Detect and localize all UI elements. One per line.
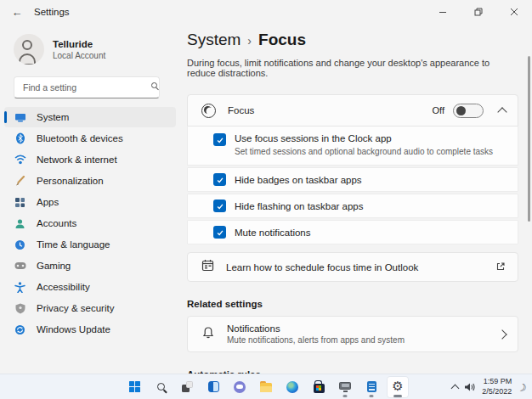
task-view-icon [182, 381, 193, 392]
focus-toggle-state: Off [433, 105, 444, 115]
sidebar-item-personalization[interactable]: Personalization [4, 171, 176, 191]
option-row-hide-flashing[interactable]: Hide flashing on taskbar apps [187, 194, 518, 218]
notifications-card[interactable]: Notifications Mute notifications, alerts… [187, 316, 518, 352]
sidebar-item-windows-update[interactable]: Windows Update [4, 319, 176, 340]
focus-assist-moon-icon[interactable]: ☾ [516, 379, 529, 394]
file-explorer-button[interactable] [255, 376, 277, 398]
sidebar-item-label: Accounts [37, 218, 76, 228]
document-app-button[interactable] [360, 376, 382, 398]
page-title: Focus [258, 31, 306, 49]
sidebar-item-privacy[interactable]: Privacy & security [4, 298, 176, 318]
hide-badges-checkbox[interactable] [213, 173, 226, 186]
privacy-icon [14, 302, 26, 315]
back-button[interactable]: ← [0, 0, 34, 24]
sidebar-item-network[interactable]: Network & internet [4, 149, 176, 170]
time-language-icon [14, 239, 26, 251]
display-app-button[interactable] [334, 376, 356, 398]
chat-icon [234, 381, 246, 393]
option-row-mute-notifications[interactable]: Mute notifications [187, 220, 518, 244]
sidebar-item-label: Bluetooth & devices [37, 133, 123, 143]
windows-update-icon [14, 323, 26, 336]
option-label: Hide flashing on taskbar apps [235, 201, 364, 211]
hide-flashing-checkbox[interactable] [213, 200, 226, 212]
outlook-link-label: Learn how to schedule focus time in Outl… [226, 262, 495, 273]
breadcrumb: System › Focus [187, 31, 518, 49]
search-input[interactable] [14, 76, 160, 98]
related-settings-heading: Related settings [187, 299, 518, 309]
titlebar: ← Settings [0, 0, 532, 24]
task-view-button[interactable] [176, 376, 198, 398]
focus-expander-card[interactable]: Focus Off [187, 94, 518, 126]
window-title: Settings [34, 7, 70, 17]
edge-button[interactable] [281, 376, 303, 398]
gaming-icon [14, 260, 26, 273]
system-tray: 1:59 PM 2/5/2022 ☾ [452, 374, 527, 399]
folder-icon [260, 383, 272, 392]
sidebar-item-label: Apps [37, 197, 59, 207]
sidebar-item-label: Personalization [37, 176, 104, 186]
breadcrumb-system[interactable]: System [187, 31, 241, 49]
main-panel: System › Focus During focus, limit notif… [180, 24, 532, 374]
sidebar-item-label: Network & internet [37, 155, 117, 165]
tray-overflow-chevron-icon[interactable] [451, 384, 460, 392]
store-button[interactable] [308, 376, 330, 398]
document-icon [367, 381, 376, 392]
focus-label: Focus [228, 105, 433, 115]
bluetooth-icon [14, 132, 26, 145]
sidebar-item-label: Accessibility [37, 282, 90, 292]
search-icon [151, 82, 159, 90]
focus-toggle[interactable] [453, 104, 484, 118]
minimize-button[interactable] [425, 0, 461, 24]
tray-time: 1:59 PM [482, 377, 512, 387]
close-button[interactable] [496, 0, 532, 24]
sidebar-item-system[interactable]: System [4, 107, 176, 127]
sidebar-item-accounts[interactable]: Accounts [4, 213, 176, 233]
widgets-icon [208, 381, 219, 392]
taskbar-search-button[interactable] [150, 376, 172, 398]
content-area: Telluride Local Account System [0, 24, 532, 374]
option-label: Use focus sessions in the Clock app [235, 133, 493, 143]
sidebar-item-accessibility[interactable]: Accessibility [4, 277, 176, 297]
focus-sessions-checkbox[interactable] [213, 133, 226, 146]
start-button[interactable] [123, 376, 145, 398]
accounts-icon [14, 217, 26, 230]
notifications-title: Notifications [227, 323, 499, 334]
tray-clock[interactable]: 1:59 PM 2/5/2022 [482, 377, 512, 396]
sidebar-nav: System Bluetooth & devices Network & int… [0, 107, 180, 340]
tray-date: 2/5/2022 [482, 387, 512, 397]
account-card[interactable]: Telluride Local Account [0, 29, 180, 73]
chevron-up-icon[interactable] [497, 107, 507, 116]
chat-button[interactable] [229, 376, 251, 398]
taskbar: ⚙ 1:59 PM 2/5/2022 ☾ [0, 374, 532, 399]
mute-notifications-checkbox[interactable] [213, 226, 226, 239]
sidebar-item-label: Privacy & security [37, 303, 114, 313]
sidebar-item-label: System [37, 112, 69, 122]
page-description: During focus, limit notifications and ch… [187, 58, 518, 78]
outlook-link-card[interactable]: Learn how to schedule focus time in Outl… [187, 252, 518, 282]
option-row-focus-sessions[interactable]: Use focus sessions in the Clock app Set … [187, 126, 518, 166]
avatar [14, 34, 44, 65]
taskbar-center: ⚙ [123, 376, 409, 398]
calendar-icon [201, 259, 214, 275]
sidebar-item-gaming[interactable]: Gaming [4, 256, 176, 276]
option-label: Hide badges on taskbar apps [235, 175, 362, 185]
widgets-button[interactable] [202, 376, 224, 398]
notifications-description: Mute notifications, alerts from apps and… [227, 335, 499, 345]
sidebar-item-label: Windows Update [37, 324, 110, 334]
scrollbar-thumb[interactable] [528, 56, 530, 222]
sidebar-item-apps[interactable]: Apps [4, 192, 176, 212]
apps-icon [14, 196, 26, 209]
settings-app-button[interactable]: ⚙ [387, 376, 409, 398]
restore-button[interactable] [461, 0, 496, 24]
sidebar-item-label: Gaming [37, 261, 71, 271]
option-description: Set timed sessions and optional backgrou… [235, 147, 493, 156]
volume-button[interactable] [464, 382, 476, 392]
network-icon [14, 154, 26, 166]
option-label: Mute notifications [235, 228, 311, 238]
option-row-hide-badges[interactable]: Hide badges on taskbar apps [187, 167, 518, 192]
sidebar-item-time-language[interactable]: Time & language [4, 234, 176, 255]
gear-icon: ⚙ [392, 380, 403, 393]
bell-icon [201, 326, 215, 343]
account-type: Local Account [53, 51, 105, 60]
sidebar-item-bluetooth[interactable]: Bluetooth & devices [4, 128, 176, 149]
